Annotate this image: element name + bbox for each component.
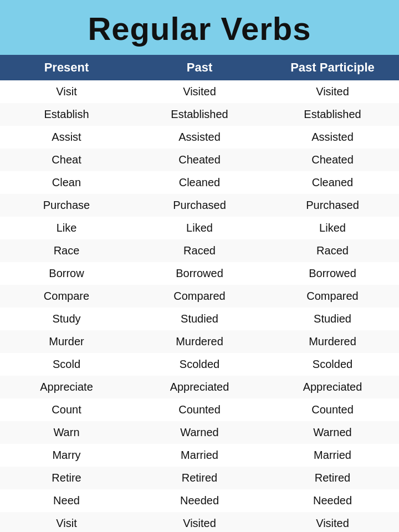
table-cell: Borrowed: [266, 262, 399, 285]
header-past-participle: Past Participle: [266, 55, 399, 80]
verb-table: VisitVisitedVisitedEstablishEstablishedE…: [0, 80, 399, 532]
table-cell: Visited: [133, 512, 266, 532]
table-cell: Cleaned: [133, 171, 266, 194]
table-cell: Visited: [266, 80, 399, 103]
table-cell: Clean: [0, 171, 133, 194]
table-row: WarnWarnedWarned: [0, 421, 399, 444]
table-cell: Visit: [0, 512, 133, 532]
table-cell: Scolded: [266, 353, 399, 376]
table-cell: Purchased: [133, 194, 266, 217]
table-cell: Compared: [266, 285, 399, 308]
table-cell: Established: [133, 103, 266, 126]
table-cell: Studied: [266, 308, 399, 330]
table-cell: Murdered: [266, 330, 399, 353]
table-row: BorrowBorrowedBorrowed: [0, 262, 399, 285]
table-row: AssistAssistedAssisted: [0, 126, 399, 149]
table-cell: Raced: [266, 239, 399, 262]
table-cell: Compared: [133, 285, 266, 308]
table-cell: Liked: [266, 217, 399, 239]
table-cell: Assist: [0, 126, 133, 149]
table-row: NeedNeededNeeded: [0, 489, 399, 512]
table-cell: Needed: [266, 489, 399, 512]
page-title: Regular Verbs: [6, 10, 393, 47]
table-row: RaceRacedRaced: [0, 239, 399, 262]
table-cell: Appreciate: [0, 376, 133, 398]
header-past: Past: [133, 55, 266, 80]
table-cell: Purchased: [266, 194, 399, 217]
table-cell: Studied: [133, 308, 266, 330]
table-cell: Assisted: [266, 126, 399, 149]
table-cell: Borrowed: [133, 262, 266, 285]
table-cell: Counted: [133, 398, 266, 421]
table-row: CleanCleanedCleaned: [0, 171, 399, 194]
table-row: CountCountedCounted: [0, 398, 399, 421]
table-row: VisitVisitedVisited: [0, 80, 399, 103]
table-cell: Murdered: [133, 330, 266, 353]
table-cell: Cleaned: [266, 171, 399, 194]
table-cell: Appreciated: [133, 376, 266, 398]
table-cell: Retire: [0, 467, 133, 489]
table-row: VisitVisitedVisited: [0, 512, 399, 532]
table-row: MurderMurderedMurdered: [0, 330, 399, 353]
table-cell: Married: [133, 444, 266, 467]
table-cell: Like: [0, 217, 133, 239]
table-cell: Cheated: [266, 149, 399, 171]
table-cell: Need: [0, 489, 133, 512]
table-row: StudyStudiedStudied: [0, 308, 399, 330]
table-cell: Cheat: [0, 149, 133, 171]
table-cell: Appreciated: [266, 376, 399, 398]
table-cell: Liked: [133, 217, 266, 239]
table-cell: Establish: [0, 103, 133, 126]
table-cell: Visit: [0, 80, 133, 103]
table-cell: Counted: [266, 398, 399, 421]
header-present: Present: [0, 55, 133, 80]
table-cell: Borrow: [0, 262, 133, 285]
table-cell: Study: [0, 308, 133, 330]
table-row: PurchasePurchasedPurchased: [0, 194, 399, 217]
table-cell: Needed: [133, 489, 266, 512]
table-cell: Warned: [133, 421, 266, 444]
table-row: MarryMarriedMarried: [0, 444, 399, 467]
table-cell: Visited: [266, 512, 399, 532]
title-bar: Regular Verbs: [0, 0, 399, 55]
table-cell: Scolded: [133, 353, 266, 376]
table-cell: Count: [0, 398, 133, 421]
table-area: VOCABULARY POINT VisitVisitedVisitedEsta…: [0, 80, 399, 532]
table-row: CheatCheatedCheated: [0, 149, 399, 171]
table-cell: Assisted: [133, 126, 266, 149]
table-cell: Warned: [266, 421, 399, 444]
table-row: EstablishEstablishedEstablished: [0, 103, 399, 126]
table-cell: Retired: [133, 467, 266, 489]
table-cell: Retired: [266, 467, 399, 489]
table-row: LikeLikedLiked: [0, 217, 399, 239]
table-cell: Cheated: [133, 149, 266, 171]
table-cell: Race: [0, 239, 133, 262]
table-row: ScoldScoldedScolded: [0, 353, 399, 376]
table-cell: Purchase: [0, 194, 133, 217]
table-cell: Raced: [133, 239, 266, 262]
table-cell: Warn: [0, 421, 133, 444]
table-cell: Established: [266, 103, 399, 126]
table-cell: Visited: [133, 80, 266, 103]
table-cell: Marry: [0, 444, 133, 467]
table-cell: Scold: [0, 353, 133, 376]
table-cell: Compare: [0, 285, 133, 308]
table-row: RetireRetiredRetired: [0, 467, 399, 489]
table-cell: Married: [266, 444, 399, 467]
table-row: AppreciateAppreciatedAppreciated: [0, 376, 399, 398]
table-cell: Murder: [0, 330, 133, 353]
table-row: CompareComparedCompared: [0, 285, 399, 308]
table-header: Present Past Past Participle: [0, 55, 399, 80]
